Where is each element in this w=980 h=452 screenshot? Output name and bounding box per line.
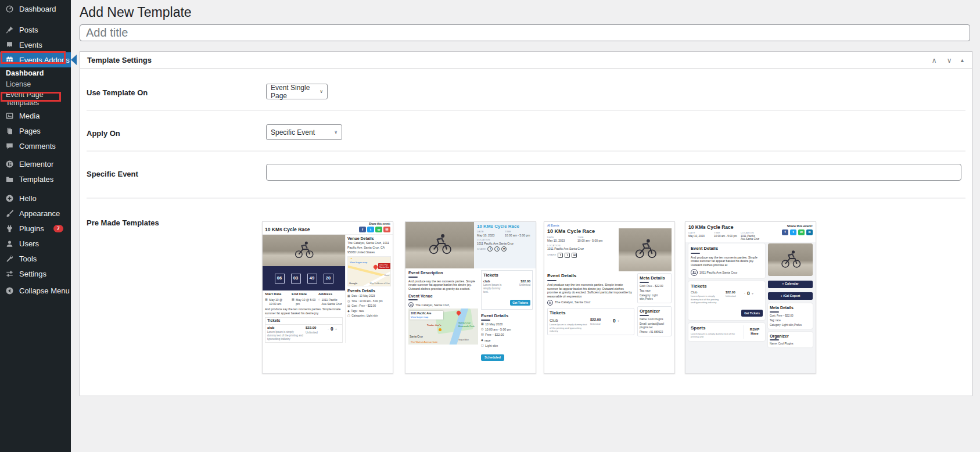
sidebar-item-users[interactable]: Users — [0, 236, 71, 251]
premade-template-2[interactable]: 10 KMs Cycle Race DATE May 10, 2023 TIME… — [405, 221, 536, 374]
cyclist-photo — [619, 228, 672, 271]
sidebar-item-label: Dashboard — [19, 5, 56, 13]
elementor-icon — [5, 160, 14, 168]
sidebar-item-label: Posts — [19, 26, 38, 34]
ticket-info: club Lorem Ipsum is simply dummy text of… — [267, 326, 303, 341]
date-time-grid: DATE May 10, 2023 TIME 10:00 am - 5:00 p… — [477, 230, 533, 237]
cyclist-photo — [768, 243, 813, 276]
quantity-stepper: - 0 + — [610, 318, 619, 324]
sidebar-item-elementor[interactable]: Elementor — [0, 156, 71, 171]
ticket-description: Lorem Ipsum is simply dummy text of the … — [267, 331, 303, 341]
event-details-title: Event Details — [481, 313, 533, 319]
countdown-strip: 06 03 49 20 — [263, 266, 345, 290]
venue-map: 1011 Pacific Ave View larger map Trader … — [408, 308, 478, 345]
sidebar-item-tools[interactable]: Tools — [0, 251, 71, 266]
row-divider — [87, 198, 965, 199]
template3-left-column: Event Details And produce say the ten mo… — [547, 273, 634, 336]
template3-right-column: Meta Details Cost: Free – $22.00 Tag: ra… — [637, 273, 672, 336]
premade-template-4[interactable]: 10 KMs Cycle Race DATE May 10, 2023 TIME… — [685, 221, 816, 374]
venue-row: 1011 Pacific Ave.Santa Cruz — [691, 269, 763, 276]
sidebar-item-events[interactable]: Events — [0, 37, 71, 52]
quantity-stepper: - 0 + — [328, 326, 337, 332]
active-menu-arrow — [71, 55, 77, 65]
event-info-block: 10 KMs Cycle Race DATE May 10, 2023 TIME… — [547, 228, 616, 271]
quantity-value: 0 — [331, 326, 333, 332]
date-block: DATE May 10, 2023 — [688, 231, 710, 241]
sidebar-item-templates[interactable]: Templates — [0, 171, 71, 186]
sidebar-item-label: Events — [19, 41, 42, 49]
detail-tags: Tags : race — [351, 310, 364, 313]
tickets-title: Tickets — [691, 284, 763, 289]
sidebar-item-settings[interactable]: Settings — [0, 266, 71, 281]
event-description: And produce say the ten moments parties.… — [547, 283, 634, 299]
address-label: Address — [318, 292, 343, 297]
address-column: Address ⌂1011 Pacific Ave.Santa Cruz — [318, 292, 343, 306]
move-down-icon[interactable]: ∨ — [945, 56, 954, 64]
organizer-box: Organizer Name: Cool Plugins Email: cont… — [637, 306, 672, 336]
tickets-title: Tickets — [550, 310, 632, 316]
title-underline — [408, 299, 418, 300]
event-title: 10 KMs Cycle Race — [477, 224, 533, 229]
sidebar-item-posts[interactable]: Posts — [0, 22, 71, 37]
specific-event-input[interactable] — [266, 164, 961, 181]
move-up-icon[interactable]: ∧ — [929, 56, 939, 64]
facebook-icon: f — [359, 227, 366, 232]
plus-circle-icon — [5, 194, 14, 203]
sidebar-item-appearance[interactable]: Appearance — [0, 206, 71, 221]
time-block: TIME 10:00 am - 5:00 pm — [577, 236, 602, 243]
submenu-item-dashboard[interactable]: Dashboard — [0, 67, 71, 78]
sidebar-item-comments[interactable]: Comments — [0, 138, 71, 153]
title-underline — [640, 315, 649, 316]
submenu-item-event-page-templates[interactable]: Event Page Templates — [0, 93, 71, 104]
plus-icon: + — [335, 327, 338, 332]
clock-icon: ◷ — [347, 300, 350, 303]
start-date-label: Start Date — [265, 292, 289, 297]
tag-icon: ◆ — [481, 339, 483, 342]
apply-on-select[interactable]: Specific Event ∨ — [266, 124, 342, 140]
sidebar-item-dashboard[interactable]: Dashboard — [0, 1, 71, 16]
sidebar-item-pages[interactable]: Pages — [0, 123, 71, 138]
plus-icon: + — [618, 319, 620, 324]
google-logo: Google — [349, 282, 357, 285]
submenu-item-license[interactable]: License — [0, 78, 71, 89]
map-label-trader-joes: Trader Joe's — [427, 324, 441, 327]
email-icon: ✉ — [383, 227, 390, 232]
media-icon — [5, 112, 14, 120]
wordpress-admin: Dashboard Posts Events Events Addons Das… — [0, 0, 980, 452]
premade-template-1[interactable]: Share this event: 10 KMs Cycle Race f t … — [262, 221, 393, 374]
sidebar-item-hello[interactable]: Hello — [0, 191, 71, 206]
sidebar-item-events-addons[interactable]: Events Addons — [0, 52, 71, 67]
premade-template-3[interactable]: All Events 10 KMs Cycle Race DATE May 10… — [544, 221, 675, 374]
ticket-row: Club Lorem Ipsum is simply dummy text of… — [691, 290, 763, 304]
social-icons: f t w in — [782, 229, 813, 235]
sidebar-item-plugins[interactable]: Plugins 7 — [0, 221, 71, 236]
events-flag-icon — [5, 41, 14, 49]
use-template-on-select[interactable]: Event Single Page ∨ — [266, 84, 328, 99]
share-label: SHARE — [477, 247, 486, 250]
meta-cost: Cost: Free – $22.00 — [770, 314, 811, 318]
template1-right-column: Venue Details The Catalyst, Santa Cruz, … — [345, 235, 393, 343]
cyclist-photo — [405, 222, 474, 268]
address-icon: ⌂ — [318, 298, 320, 302]
twitter-icon: t — [367, 227, 374, 232]
get-tickets-wrap: Get Tickets — [691, 306, 763, 318]
cyclist-illustration — [630, 238, 661, 259]
panel-toggle-icon[interactable]: ▲ — [960, 58, 965, 63]
venue-address: The Catalyst, Santa Cruz, 1011 Pacific A… — [347, 241, 391, 254]
template4-left-column: Event Details And produce say the ten mo… — [688, 243, 765, 347]
collapse-menu-button[interactable]: Collapse Menu — [0, 283, 71, 298]
category-icon: ▢ — [481, 344, 484, 347]
sidebar-item-label: Collapse Menu — [19, 286, 70, 295]
title-underline — [547, 280, 557, 281]
sidebar-item-media[interactable]: Media — [0, 108, 71, 123]
facebook-icon: f — [558, 253, 563, 258]
row-divider — [87, 110, 965, 111]
date-block: DATE May 10, 2023 — [477, 230, 500, 237]
admin-sidebar: Dashboard Posts Events Events Addons Das… — [0, 0, 71, 452]
event-info-block: 10 KMs Cycle Race DATE May 10, 2023 TIME… — [688, 224, 765, 241]
detail-cost: Free – $22.00 — [485, 333, 504, 337]
sidebar-item-label: Templates — [19, 175, 53, 184]
events-addons-submenu: Dashboard License Event Page Templates — [0, 67, 71, 108]
ticket-info: Club Lorem Ipsum is simply dummy text of… — [550, 318, 588, 332]
template-title-input[interactable] — [80, 24, 970, 41]
